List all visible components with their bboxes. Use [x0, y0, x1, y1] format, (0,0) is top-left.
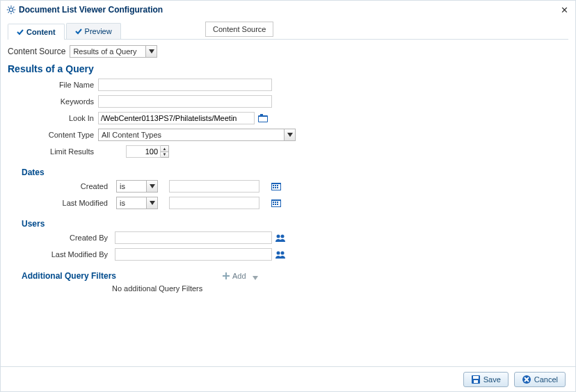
- svg-marker-38: [253, 276, 258, 280]
- content-type-label: Content Type: [8, 131, 98, 139]
- svg-rect-30: [275, 204, 276, 205]
- tab-preview-label: Preview: [85, 27, 112, 35]
- svg-rect-26: [273, 202, 274, 203]
- chevron-down-icon: [253, 273, 258, 279]
- svg-point-0: [9, 8, 13, 11]
- created-by-row: Created By: [8, 231, 568, 244]
- tab-content[interactable]: Content: [8, 24, 65, 40]
- button-bar: Save Cancel: [1, 366, 575, 391]
- content-source-row: Content Source Results of a Query: [8, 45, 568, 58]
- file-name-input[interactable]: [98, 79, 272, 91]
- svg-rect-17: [273, 185, 274, 186]
- svg-rect-22: [277, 187, 278, 188]
- created-date-input[interactable]: [169, 180, 259, 193]
- content-source-value: Results of a Query: [70, 47, 145, 56]
- dialog-title: Document List Viewer Configuration: [19, 5, 559, 15]
- cancel-button[interactable]: Cancel: [514, 372, 566, 387]
- close-icon[interactable]: ✕: [559, 5, 570, 15]
- svg-marker-14: [150, 184, 155, 188]
- modified-row: Last Modified is: [8, 197, 568, 209]
- save-icon: [471, 375, 481, 384]
- browse-icon[interactable]: [257, 113, 269, 123]
- keywords-input[interactable]: [98, 95, 272, 108]
- svg-rect-40: [473, 376, 479, 379]
- modified-op-value: is: [117, 199, 146, 207]
- tab-preview[interactable]: Preview: [66, 23, 121, 39]
- keywords-label: Keywords: [8, 97, 98, 106]
- svg-rect-27: [275, 202, 276, 203]
- svg-rect-41: [474, 380, 478, 383]
- svg-marker-9: [149, 49, 154, 54]
- modified-date-input[interactable]: [169, 197, 259, 209]
- content-source-label: Content Source: [8, 47, 65, 56]
- content-type-value: All Content Types: [99, 131, 284, 139]
- svg-marker-13: [287, 133, 293, 137]
- add-filter-button[interactable]: Add: [219, 270, 261, 281]
- limit-input[interactable]: [126, 145, 161, 158]
- tab-content-label: Content: [26, 28, 56, 36]
- plus-icon: [222, 272, 230, 280]
- people-picker-icon[interactable]: [275, 250, 286, 259]
- svg-rect-21: [275, 187, 276, 188]
- calendar-icon[interactable]: [271, 181, 282, 191]
- results-form: File Name Keywords Look In Content Type …: [8, 79, 286, 158]
- svg-rect-31: [277, 204, 278, 205]
- content-type-select[interactable]: All Content Types: [98, 129, 296, 141]
- svg-point-34: [277, 252, 280, 255]
- svg-point-33: [281, 235, 285, 238]
- gear-icon: [6, 5, 16, 15]
- svg-rect-37: [223, 275, 230, 277]
- svg-rect-28: [277, 202, 278, 203]
- cancel-icon: [522, 375, 531, 384]
- svg-line-7: [8, 12, 9, 13]
- svg-rect-18: [275, 185, 276, 186]
- limit-label: Limit Results: [8, 147, 98, 156]
- dropdown-button[interactable]: [145, 46, 157, 57]
- svg-rect-12: [260, 114, 263, 116]
- look-in-input[interactable]: [98, 112, 255, 124]
- modified-by-input[interactable]: [115, 248, 272, 261]
- dialog: Document List Viewer Configuration ✕ Con…: [0, 0, 576, 392]
- svg-rect-20: [273, 187, 274, 188]
- file-name-label: File Name: [8, 81, 98, 89]
- limit-spinner[interactable]: ▲ ▼: [161, 145, 169, 158]
- spin-down-icon[interactable]: ▼: [161, 152, 168, 158]
- svg-line-6: [13, 12, 14, 13]
- created-by-input[interactable]: [115, 231, 272, 244]
- svg-point-32: [277, 235, 280, 238]
- save-label: Save: [483, 375, 501, 384]
- check-icon: [17, 28, 24, 35]
- created-row: Created is: [8, 180, 568, 193]
- svg-line-8: [13, 7, 14, 8]
- aqf-heading: Additional Query Filters: [22, 271, 116, 281]
- spin-up-icon[interactable]: ▲: [161, 146, 168, 152]
- tooltip-content-source: Content Source: [205, 22, 273, 37]
- aqf-empty-text: No additional Query Filters: [112, 284, 568, 293]
- people-picker-icon[interactable]: [275, 233, 286, 243]
- dropdown-button[interactable]: [284, 129, 295, 140]
- svg-point-35: [281, 252, 285, 255]
- svg-marker-23: [150, 201, 155, 205]
- aqf-heading-row: Additional Query Filters Add: [22, 270, 568, 281]
- content-source-select[interactable]: Results of a Query: [70, 45, 157, 58]
- dropdown-button[interactable]: [146, 197, 157, 209]
- svg-rect-11: [259, 117, 267, 122]
- dates-heading: Dates: [22, 168, 568, 177]
- results-heading: Results of a Query: [8, 63, 568, 74]
- dialog-body: Content Preview Content Source Content S…: [1, 19, 575, 327]
- created-op-select[interactable]: is: [116, 180, 158, 193]
- calendar-icon[interactable]: [271, 198, 282, 208]
- dropdown-button[interactable]: [146, 181, 157, 192]
- tabstrip: Content Preview Content Source: [8, 23, 568, 40]
- check-icon: [75, 28, 82, 35]
- svg-line-5: [8, 7, 9, 8]
- modified-by-row: Last Modified By: [8, 248, 568, 261]
- look-in-label: Look In: [8, 114, 98, 122]
- modified-op-select[interactable]: is: [116, 197, 158, 209]
- add-filter-label: Add: [232, 272, 246, 280]
- save-button[interactable]: Save: [463, 372, 509, 387]
- created-by-label: Created By: [8, 234, 112, 242]
- created-label: Created: [8, 182, 112, 190]
- modified-by-label: Last Modified By: [8, 250, 112, 259]
- cancel-label: Cancel: [534, 375, 558, 384]
